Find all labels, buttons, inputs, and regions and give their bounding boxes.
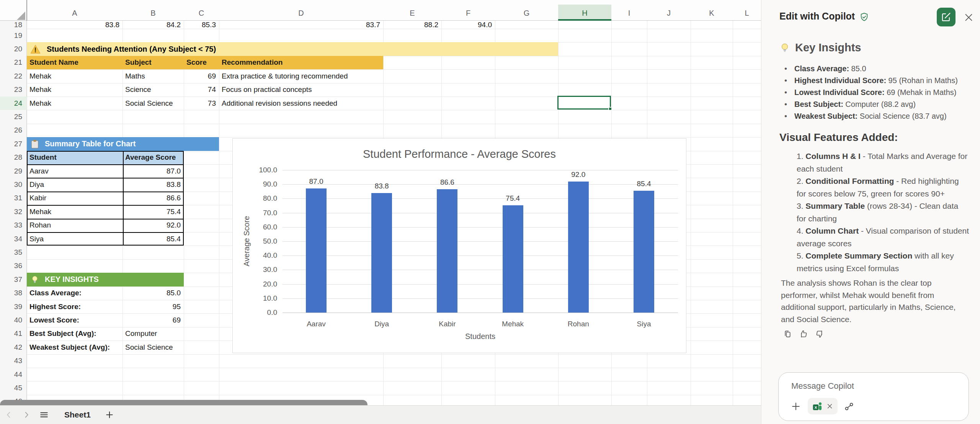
new-edit-session-button[interactable] [937,8,956,26]
cell-C21[interactable]: Score [184,56,219,69]
cell-A21[interactable]: Student Name [27,56,122,69]
cell-A40[interactable]: Lowest Score: [27,313,126,327]
row-header-42[interactable]: 42 [0,341,27,354]
row-header-41[interactable]: 41 [0,327,27,341]
column-header-H[interactable]: H [558,0,611,20]
bar-Mehak[interactable] [503,205,523,313]
attention-title-band[interactable]: Students Needing Attention (Any Subject … [27,42,558,56]
row-header-29[interactable]: 29 [0,164,27,178]
row-header-23[interactable]: 23 [0,83,27,97]
cell-B38[interactable]: 85.0 [122,286,184,300]
add-sheet-icon[interactable] [101,410,118,420]
row-header-30[interactable]: 30 [0,178,27,191]
column-header-A[interactable]: A [27,0,122,20]
row-header-28[interactable]: 28 [0,151,27,164]
cell-B40[interactable]: 69 [122,313,184,327]
cell-B21[interactable]: Subject [122,56,184,69]
column-chart[interactable]: Student Performance - Average Scores0.01… [232,138,686,353]
cell-A24[interactable]: Mehak [27,97,122,110]
remove-context-icon[interactable] [826,403,833,409]
row-header-22[interactable]: 22 [0,69,27,83]
bar-Siya[interactable] [634,191,654,313]
close-panel-icon[interactable] [964,12,974,23]
row-header-33[interactable]: 33 [0,219,27,232]
cell-B23[interactable]: Science [122,83,184,97]
row-header-26[interactable]: 26 [0,124,27,137]
cell-F18[interactable]: 94.0 [441,21,495,29]
row-header-38[interactable]: 38 [0,286,27,300]
key-insights-title-band[interactable]: KEY INSIGHTS [27,273,184,286]
next-sheet-icon[interactable] [18,411,35,419]
summary-title-band[interactable]: Summary Table for Chart [27,137,219,151]
cell-A39[interactable]: Highest Score: [27,300,126,313]
column-header-F[interactable]: F [441,0,495,20]
row-header-32[interactable]: 32 [0,205,27,218]
row-header-24[interactable]: 24 [0,97,27,110]
bar-Diya[interactable] [371,193,392,313]
row-header-20[interactable]: 20 [0,42,27,56]
copy-icon[interactable] [783,329,792,339]
cell-A22[interactable]: Mehak [27,69,122,83]
row-header-39[interactable]: 39 [0,300,27,313]
spreadsheet-grid[interactable]: 83.884.285.383.788.294.0Students Needing… [0,0,761,405]
selection-box-H24[interactable] [557,96,611,110]
sheet-tab-sheet1[interactable]: Sheet1 [64,410,91,419]
cell-A18[interactable]: 83.8 [27,21,122,29]
cell-C18[interactable]: 85.3 [184,21,219,29]
sheet-list-menu-icon[interactable] [35,410,53,420]
fill-handle[interactable] [608,107,612,111]
cell-B39[interactable]: 95 [122,300,184,313]
column-header-B[interactable]: B [122,0,184,20]
column-header-K[interactable]: K [691,0,733,20]
column-header-E[interactable]: E [383,0,441,20]
cell-B42[interactable]: Social Science [122,341,184,354]
row-header-43[interactable]: 43 [0,354,27,368]
column-header-C[interactable]: C [184,0,219,20]
prev-sheet-icon[interactable] [0,411,18,419]
row-header-40[interactable]: 40 [0,313,27,327]
row-header-18[interactable]: 18 [0,21,27,29]
cell-B22[interactable]: Maths [122,69,184,83]
select-all-corner[interactable] [17,11,25,20]
cell-D23[interactable]: Focus on practical concepts [219,83,383,97]
thumbs-down-icon[interactable] [815,329,824,339]
bar-Kabir[interactable] [437,189,457,313]
cell-C23[interactable]: 74 [184,83,219,97]
row-header-19[interactable]: 19 [0,29,27,42]
bar-Rohan[interactable] [568,182,589,313]
cell-E18[interactable]: 88.2 [383,21,441,29]
cell-A23[interactable]: Mehak [27,83,122,97]
excel-context-chip[interactable]: x [808,398,838,414]
column-header-D[interactable]: D [219,0,383,20]
column-header-G[interactable]: G [495,0,558,20]
row-header-27[interactable]: 27 [0,137,27,151]
cell-C24[interactable]: 73 [184,97,219,110]
cell-D24[interactable]: Additional revision sessions needed [219,97,383,110]
add-attachment-icon[interactable] [790,401,802,412]
row-header-36[interactable]: 36 [0,259,27,273]
bar-Aarav[interactable] [306,188,327,313]
column-header-I[interactable]: I [611,0,647,20]
cell-A41[interactable]: Best Subject (Avg): [27,327,126,341]
cell-B18[interactable]: 84.2 [122,21,184,29]
cell-D21[interactable]: Recommendation [219,56,383,69]
cell-C22[interactable]: 69 [184,69,219,83]
row-header-45[interactable]: 45 [0,381,27,395]
row-header-21[interactable]: 21 [0,56,27,69]
row-header-44[interactable]: 44 [0,368,27,381]
cell-D18[interactable]: 83.7 [219,21,383,29]
cell-A38[interactable]: Class Average: [27,286,126,300]
row-header-34[interactable]: 34 [0,232,27,246]
column-header-L[interactable]: L [733,0,761,20]
row-header-31[interactable]: 31 [0,192,27,205]
cell-B24[interactable]: Social Science [122,97,184,110]
link-icon[interactable] [844,401,854,412]
column-header-J[interactable]: J [647,0,691,20]
cell-B41[interactable]: Computer [122,327,184,341]
row-header-37[interactable]: 37 [0,273,27,286]
thumbs-up-icon[interactable] [799,329,808,339]
row-header-25[interactable]: 25 [0,110,27,123]
message-copilot-input[interactable]: Message Copilot x [778,372,969,421]
row-header-35[interactable]: 35 [0,246,27,259]
cell-D22[interactable]: Extra practice & tutoring recommended [219,69,383,83]
